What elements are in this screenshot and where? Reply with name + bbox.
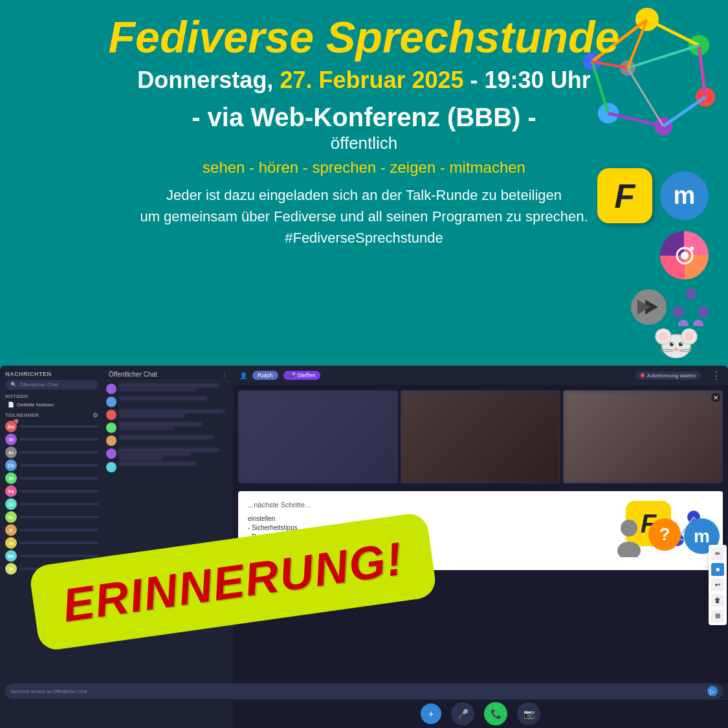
chat-public-label: Öffentlicher Chat — [19, 382, 58, 388]
teilnehmer-header: TEILNEHMER ⚙ — [5, 412, 98, 419]
svg-point-25 — [698, 306, 709, 318]
pres-mastodon-question: ? m — [613, 518, 720, 557]
whiteboard-tools: ✏ ■ ↩ 🗑 ⊞ — [709, 545, 727, 625]
video-grid: ✕ — [233, 385, 728, 489]
bbb-sidebar: NACHRICHTEN 🔍 Öffentlicher Chat NOTIZEN … — [0, 366, 104, 728]
participant-name-bar — [19, 555, 98, 557]
participant-name-bar — [19, 529, 98, 531]
svg-point-19 — [690, 247, 694, 250]
date-line: Donnerstag, 27. Februar 2025 - 19:30 Uhr — [19, 67, 709, 94]
chat-avatar — [106, 448, 116, 459]
participant-name-bar — [19, 542, 98, 544]
notizen-label: NOTIZEN — [5, 393, 98, 399]
chat-message — [106, 397, 230, 407]
more-options-icon[interactable]: ⋮ — [711, 370, 722, 382]
shape-tool[interactable]: ■ — [711, 563, 724, 576]
camera-button[interactable]: 📷 — [517, 702, 540, 725]
pencil-tool[interactable]: ✏ — [711, 547, 724, 560]
chat-message — [106, 462, 230, 472]
video-thumb-1 — [238, 390, 398, 483]
participant-It: It — [5, 524, 98, 536]
participant-name-bar — [19, 425, 98, 428]
svg-point-35 — [672, 343, 673, 344]
user-ralph-badge: Ralph — [252, 371, 278, 380]
chat-message — [106, 448, 230, 459]
record-dot-icon — [641, 373, 645, 377]
participant-St: St — [5, 433, 98, 446]
video-thumb-3: ✕ — [563, 390, 723, 483]
video-thumb-2 — [401, 390, 560, 483]
main-container: Fediverse Sprechstunde Donnerstag, 27. F… — [0, 0, 728, 728]
time: - 19:30 Uhr — [470, 67, 591, 93]
participant-Di: Di — [5, 472, 98, 485]
chat-avatar — [106, 436, 116, 446]
record-button[interactable]: Aufzeichnung starten — [635, 371, 701, 380]
konferenz-line: - via Web-Konferenz (BBB) - — [19, 103, 709, 132]
svg-point-37 — [674, 348, 679, 351]
app-icons-area: F m — [597, 168, 709, 326]
chat-message — [106, 423, 230, 433]
send-button[interactable]: ▷ — [707, 686, 718, 696]
mouse-mascot-icon — [650, 317, 702, 365]
participant-Gi: Gi — [5, 498, 98, 511]
phone-button[interactable]: 📞 — [484, 702, 507, 725]
svg-point-31 — [659, 332, 668, 341]
participant-Do: Do 🎤 — [5, 420, 98, 433]
participant-name-bar — [19, 451, 98, 454]
chat-panel-header: Öffentlicher Chat ⋮ — [106, 368, 230, 381]
chat-search[interactable]: 🔍 Öffentlicher Chat — [5, 380, 98, 390]
desc-line1: Jeder ist dazu eingeladen sich an der Ta… — [166, 187, 562, 203]
date-highlight: 27. Februar 2025 — [280, 67, 463, 93]
mic-badge: 🎤 — [14, 419, 18, 424]
delete-tool[interactable]: 🗑 — [711, 594, 724, 607]
settings-icon[interactable]: ⚙ — [93, 412, 98, 419]
participant-Fa: Fa — [5, 485, 98, 498]
svg-point-24 — [673, 306, 684, 318]
user-steffen-badge: 🎤 Steffen — [283, 371, 321, 380]
shared-notes-item[interactable]: 📄 Geteilte Notizen — [5, 401, 98, 409]
chat-input-bar[interactable]: Nachricht senden an Öffentlicher Chat ▷ — [5, 683, 723, 699]
svg-point-33 — [670, 342, 674, 346]
undo-tool[interactable]: ↩ — [711, 579, 724, 591]
bbb-bottombar: + 🎤 📞 📷 — [233, 699, 728, 728]
pixelfed-icon — [660, 231, 709, 280]
teilnehmer-label: TEILNEHMER — [5, 412, 39, 418]
more-tool[interactable]: ⊞ — [711, 610, 724, 623]
participant-Jo: Ju — [5, 536, 98, 549]
chat-panel-label: Öffentlicher Chat — [109, 371, 157, 378]
desc-line2: um gemeinsam über Fediverse und all sein… — [140, 208, 588, 225]
chat-avatar — [106, 397, 116, 407]
participant-name-bar — [19, 477, 98, 480]
svg-point-23 — [685, 288, 697, 300]
chat-avatar — [106, 462, 116, 472]
nachrichten-label: NACHRICHTEN — [5, 371, 98, 377]
svg-point-49 — [617, 542, 641, 557]
chat-message — [106, 410, 230, 420]
mic-button[interactable]: 🎤 — [451, 702, 474, 725]
participant-name-bar — [19, 490, 98, 492]
svg-point-34 — [679, 342, 683, 346]
close-video-icon[interactable]: ✕ — [711, 393, 720, 402]
participant-name-bar — [19, 503, 98, 505]
mastodon-icon: m — [660, 171, 709, 220]
chat-input-placeholder: Nachricht senden an Öffentlicher Chat — [10, 689, 705, 694]
chat-avatar — [106, 423, 116, 433]
shared-notes-label: Geteilte Notizen — [17, 402, 54, 408]
participant-Ar: Ar — [5, 446, 98, 459]
avatar-initials: Do — [8, 425, 14, 429]
bbb-topbar: 👤 Ralph 🎤 Steffen Aufzeichnung starten ⋮ — [233, 366, 728, 385]
participant-name-bar — [19, 516, 98, 518]
friendica-icon: F — [597, 168, 652, 223]
chat-avatar — [106, 384, 116, 394]
svg-point-18 — [681, 252, 689, 259]
add-button[interactable]: + — [421, 703, 441, 724]
chat-message — [106, 384, 230, 394]
participant-Gr: Gr — [5, 511, 98, 524]
hashtag: #FediverseSprechstunde — [285, 230, 443, 246]
oeffentlich-label: öffentlich — [19, 133, 709, 153]
participant-name-bar — [19, 464, 98, 467]
date-label: Donnerstag, — [137, 67, 273, 93]
main-title: Fediverse Sprechstunde — [19, 13, 709, 61]
participant-Ch: Ch — [5, 459, 98, 472]
svg-point-32 — [685, 332, 694, 341]
